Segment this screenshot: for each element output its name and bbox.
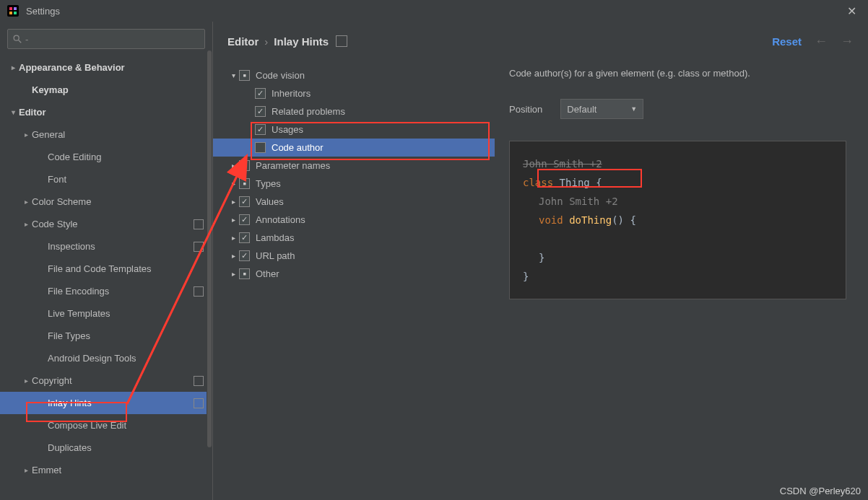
- tree-label: File Types: [48, 330, 90, 341]
- sidebar-item-inlay-hints[interactable]: Inlay Hints: [0, 392, 212, 414]
- position-label: Position: [509, 104, 542, 115]
- chevron-right-icon[interactable]: ▸: [227, 270, 239, 278]
- tree-label: Emmet: [32, 465, 61, 475]
- settings-tree[interactable]: ▸Appearance & BehaviorKeymap▾Editor▸Gene…: [0, 56, 212, 500]
- hint-item-usages[interactable]: Usages: [213, 120, 495, 139]
- sidebar-item-file-and-code-templates[interactable]: File and Code Templates: [0, 258, 212, 280]
- chevron-down-icon[interactable]: ▾: [227, 71, 239, 79]
- hint-item-types[interactable]: ▸Types: [213, 175, 495, 193]
- tree-label: Compose Live Edit: [48, 420, 126, 431]
- sidebar-item-editor[interactable]: ▾Editor: [0, 101, 212, 123]
- tree-label: Duplicates: [48, 442, 92, 453]
- checkbox[interactable]: [239, 70, 250, 81]
- search-input[interactable]: -: [7, 29, 205, 49]
- tree-label: Inlay Hints: [48, 398, 92, 408]
- checkbox[interactable]: [239, 232, 250, 243]
- tree-label: Keymap: [32, 84, 69, 95]
- chevron-right-icon[interactable]: ▸: [227, 198, 239, 206]
- hint-item-url-path[interactable]: ▸URL path: [213, 247, 495, 265]
- chevron-right-icon[interactable]: ▸: [20, 131, 32, 139]
- checkbox[interactable]: [255, 142, 266, 153]
- sidebar-item-file-types[interactable]: File Types: [0, 325, 212, 347]
- chevron-right-icon[interactable]: ▸: [20, 466, 32, 474]
- project-scope-icon[interactable]: [336, 35, 347, 47]
- reset-button[interactable]: Reset: [772, 35, 802, 48]
- chevron-right-icon[interactable]: ▸: [20, 220, 32, 228]
- chevron-down-icon[interactable]: ▾: [7, 108, 19, 116]
- brace-open: {: [596, 177, 602, 188]
- sidebar-item-compose-live-edit[interactable]: Compose Live Edit: [0, 414, 212, 437]
- hint-item-code-vision[interactable]: ▾Code vision: [213, 66, 495, 84]
- checkbox[interactable]: [239, 160, 250, 171]
- hint-label: Code author: [272, 142, 324, 153]
- sidebar-item-appearance-behavior[interactable]: ▸Appearance & Behavior: [0, 56, 212, 79]
- chevron-right-icon[interactable]: ▸: [227, 162, 239, 170]
- close-button[interactable]: ✕: [843, 3, 861, 19]
- hint-item-values[interactable]: ▸Values: [213, 193, 495, 211]
- sidebar-item-general[interactable]: ▸General: [0, 123, 212, 146]
- position-dropdown[interactable]: Default ▼: [560, 99, 643, 119]
- chevron-right-icon[interactable]: ▸: [227, 180, 239, 188]
- svg-rect-0: [7, 5, 19, 17]
- chevron-right-icon[interactable]: ▸: [20, 198, 32, 206]
- hint-item-code-author[interactable]: Code author: [213, 139, 495, 157]
- tree-label: File Encodings: [48, 286, 109, 297]
- sidebar-item-file-encodings[interactable]: File Encodings: [0, 280, 212, 302]
- svg-rect-1: [9, 7, 12, 10]
- sidebar-item-font[interactable]: Font: [0, 168, 212, 190]
- sidebar-item-inspections[interactable]: Inspections: [0, 235, 212, 258]
- chevron-right-icon[interactable]: ▸: [20, 377, 32, 385]
- hint-label: URL path: [256, 250, 295, 261]
- sidebar-item-android-design-tools[interactable]: Android Design Tools: [0, 347, 212, 369]
- hint-item-related-problems[interactable]: Related problems: [213, 102, 495, 120]
- checkbox[interactable]: [239, 196, 250, 207]
- checkbox[interactable]: [239, 214, 250, 225]
- svg-rect-3: [9, 12, 12, 14]
- window-title: Settings: [26, 6, 60, 17]
- project-scope-icon: [194, 242, 204, 252]
- sidebar-item-live-templates[interactable]: Live Templates: [0, 302, 212, 325]
- sidebar-item-color-scheme[interactable]: ▸Color Scheme: [0, 190, 212, 213]
- nav-back-button[interactable]: ←: [815, 34, 828, 49]
- search-icon: [12, 34, 22, 44]
- hint-item-annotations[interactable]: ▸Annotations: [213, 211, 495, 229]
- hint-label: Code vision: [256, 70, 305, 81]
- sidebar-item-code-editing[interactable]: Code Editing: [0, 146, 212, 168]
- chevron-right-icon[interactable]: ▸: [227, 216, 239, 224]
- hint-item-inheritors[interactable]: Inheritors: [213, 84, 495, 102]
- chevron-right-icon[interactable]: ▸: [227, 252, 239, 260]
- svg-point-5: [14, 35, 19, 40]
- sidebar-item-copyright[interactable]: ▸Copyright: [0, 369, 212, 392]
- hint-item-lambdas[interactable]: ▸Lambdas: [213, 229, 495, 247]
- hint-item-other[interactable]: ▸Other: [213, 265, 495, 283]
- chevron-right-icon[interactable]: ▸: [7, 63, 19, 71]
- sidebar-item-duplicates[interactable]: Duplicates: [0, 437, 212, 459]
- inlay-hints-tree[interactable]: ▾Code visionInheritorsRelated problemsUs…: [213, 61, 495, 500]
- titlebar: Settings ✕: [0, 0, 868, 22]
- breadcrumb-root[interactable]: Editor: [227, 35, 259, 48]
- tree-label: Copyright: [32, 375, 72, 386]
- checkbox[interactable]: [239, 178, 250, 189]
- sidebar-item-emmet[interactable]: ▸Emmet: [0, 459, 212, 481]
- nav-forward-button[interactable]: →: [841, 34, 854, 49]
- checkbox[interactable]: [239, 250, 250, 261]
- checkbox[interactable]: [255, 124, 266, 135]
- checkbox[interactable]: [255, 106, 266, 117]
- sidebar-item-keymap[interactable]: Keymap: [0, 79, 212, 101]
- hint-item-parameter-names[interactable]: ▸Parameter names: [213, 157, 495, 175]
- checkbox[interactable]: [255, 88, 266, 99]
- chevron-right-icon[interactable]: ▸: [227, 234, 239, 242]
- breadcrumb-current: Inlay Hints: [274, 35, 329, 48]
- position-value: Default: [567, 104, 596, 115]
- scrollbar-thumb[interactable]: [207, 51, 212, 447]
- settings-sidebar: - ▸Appearance & BehaviorKeymap▾Editor▸Ge…: [0, 22, 213, 500]
- checkbox[interactable]: [239, 268, 250, 279]
- hint-label: Values: [256, 196, 284, 207]
- tree-label: Color Scheme: [32, 196, 91, 207]
- brace-open-2: {: [630, 214, 635, 226]
- tree-label: File and Code Templates: [48, 263, 152, 274]
- sidebar-item-code-style[interactable]: ▸Code Style: [0, 213, 212, 235]
- scrollbar[interactable]: [207, 51, 212, 500]
- tree-label: Code Editing: [48, 152, 101, 162]
- svg-rect-2: [14, 7, 17, 10]
